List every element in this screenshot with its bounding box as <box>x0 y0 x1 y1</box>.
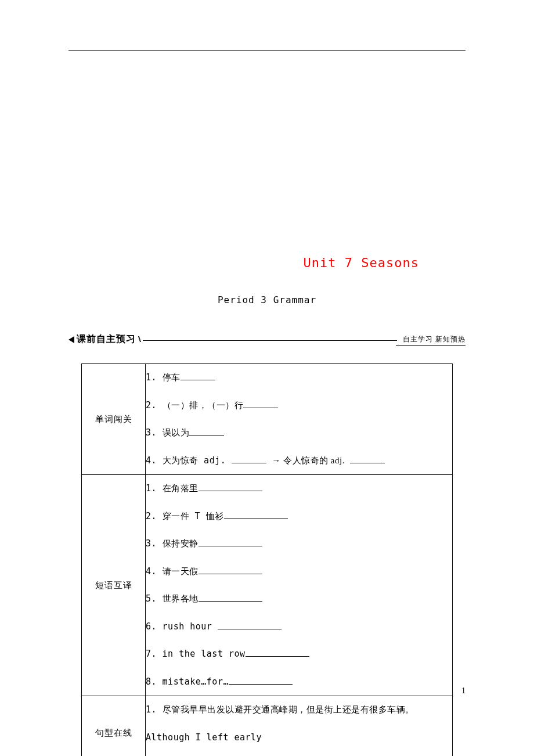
sentence-suffix: ， <box>343 750 352 756</box>
page-number: 1 <box>461 686 466 696</box>
fill-blank[interactable] <box>199 566 262 574</box>
sentence-en: Although I left early ， <box>146 724 452 757</box>
vocab-content: 1. 停车 2. （一）排，（一）行 3. 误以为 4. 大为惊奇 adj. →… <box>146 364 453 475</box>
vocab-item: 3. 误以为 <box>146 419 452 447</box>
phrase-text: 4. 请一天假 <box>146 566 199 577</box>
sentence-prefix: Although I left early <box>146 732 262 743</box>
vocab-text: 2. （一）排，（一）行 <box>146 400 243 411</box>
fill-blank[interactable] <box>243 399 278 408</box>
fill-blank[interactable] <box>199 538 262 546</box>
sentences-content: 1. 尽管我早早出发以避开交通高峰期，但是街上还是有很多车辆。 Although… <box>146 696 453 757</box>
section-heading: 课前自主预习 \\ 自主学习 新知预热 <box>68 333 466 345</box>
phrases-label: 短语互译 <box>82 475 146 696</box>
heading-underline <box>396 345 466 346</box>
fill-blank[interactable] <box>146 750 343 756</box>
vocab-item: 2. （一）排，（一）行 <box>146 392 452 420</box>
phrase-text: 3. 保持安静 <box>146 538 199 549</box>
phrases-row: 短语互译 1. 在角落里 2. 穿一件 T 恤衫 3. 保持安静 4. 请一天假… <box>82 475 453 696</box>
phrase-item: 5. 世界各地 <box>146 585 452 613</box>
vocab-label: 单词闯关 <box>82 364 146 475</box>
sentences-label: 句型在线 <box>82 696 146 757</box>
vocab-item: 1. 停车 <box>146 364 452 392</box>
vocab-text: 3. 误以为 <box>146 427 189 438</box>
worksheet-table: 单词闯关 1. 停车 2. （一）排，（一）行 3. 误以为 4. 大为惊奇 a… <box>81 363 453 756</box>
phrase-text: 6. rush hour <box>146 621 212 632</box>
vocab-item: 4. 大为惊奇 adj. → 令人惊奇的 adj. <box>146 447 452 475</box>
fill-blank[interactable] <box>229 676 293 685</box>
triangle-icon <box>68 336 74 343</box>
sentences-row: 句型在线 1. 尽管我早早出发以避开交通高峰期，但是街上还是有很多车辆。 Alt… <box>82 696 453 757</box>
phrase-text: 8. mistake…for… <box>146 676 229 687</box>
phrase-text: 5. 世界各地 <box>146 593 199 604</box>
fill-blank[interactable] <box>350 455 385 463</box>
phrase-item: 2. 穿一件 T 恤衫 <box>146 503 452 531</box>
vocab-text: 4. 大为惊奇 adj. <box>146 455 226 466</box>
phrase-item: 7. in the last row <box>146 640 452 668</box>
phrase-item: 8. mistake…for… <box>146 668 452 696</box>
fill-blank[interactable] <box>224 510 288 519</box>
arrow-icon: → 令人惊奇的 adj. <box>272 456 345 465</box>
fill-blank[interactable] <box>199 483 262 491</box>
phrase-text: 1. 在角落里 <box>146 483 199 494</box>
sentence-cn: 1. 尽管我早早出发以避开交通高峰期，但是街上还是有很多车辆。 <box>146 696 452 724</box>
heading-line <box>143 339 397 341</box>
phrase-item: 6. rush hour <box>146 613 452 641</box>
phrase-item: 4. 请一天假 <box>146 558 452 586</box>
fill-blank[interactable] <box>218 621 282 629</box>
heading-right-text: 自主学习 新知预热 <box>399 334 466 344</box>
phrase-text: 2. 穿一件 T 恤衫 <box>146 511 224 521</box>
header-rule <box>68 50 466 51</box>
phrase-text: 7. in the last row <box>146 649 246 659</box>
page-content: Unit 7 Seasons Period 3 Grammar 课前自主预习 \… <box>0 0 534 756</box>
fill-blank[interactable] <box>189 427 224 435</box>
vocab-text: 1. 停车 <box>146 372 181 383</box>
fill-blank[interactable] <box>181 372 215 380</box>
phrase-item: 3. 保持安静 <box>146 530 452 558</box>
fill-blank[interactable] <box>199 593 262 602</box>
phrase-item: 1. 在角落里 <box>146 475 452 503</box>
vocab-row: 单词闯关 1. 停车 2. （一）排，（一）行 3. 误以为 4. 大为惊奇 a… <box>82 364 453 475</box>
phrases-content: 1. 在角落里 2. 穿一件 T 恤衫 3. 保持安静 4. 请一天假 5. 世… <box>146 475 453 696</box>
slashes-icon: \\ <box>138 335 139 344</box>
fill-blank[interactable] <box>232 455 266 463</box>
unit-title: Unit 7 Seasons <box>68 255 466 270</box>
heading-text: 课前自主预习 <box>77 333 136 345</box>
fill-blank[interactable] <box>246 648 309 657</box>
period-title: Period 3 Grammar <box>68 294 466 305</box>
